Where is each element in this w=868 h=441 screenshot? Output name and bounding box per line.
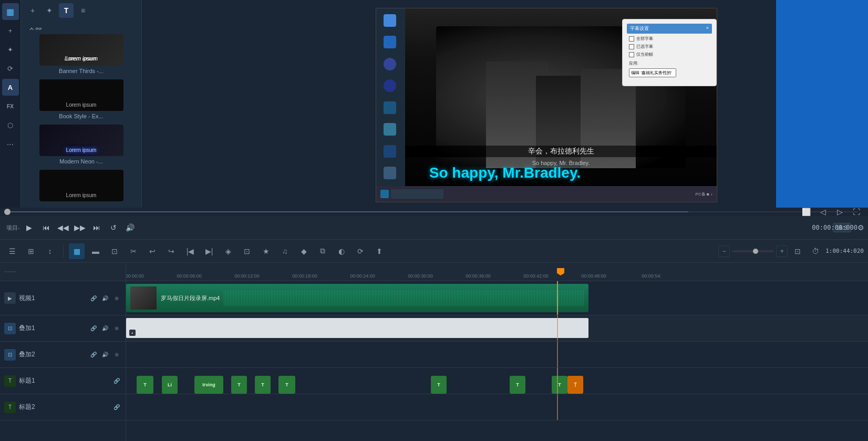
transition-btn[interactable]: ⬡ xyxy=(2,117,19,134)
clip-start-btn[interactable]: |◀ xyxy=(182,243,198,259)
desktop-icon-3[interactable] xyxy=(377,54,402,75)
sort-btn[interactable]: ↕ xyxy=(42,243,58,259)
overlay1-audio-btn[interactable]: 🔊 xyxy=(100,324,110,333)
title1-track-row[interactable]: T Li Irving T T T T T T T xyxy=(126,368,868,394)
transitions-btn[interactable]: ⧉ xyxy=(315,243,330,259)
video-audio-btn[interactable]: 🔊 xyxy=(100,293,110,303)
export-btn[interactable]: ⬆ xyxy=(371,243,387,259)
storyboard-btn[interactable]: ⊡ xyxy=(107,243,122,259)
media-tab[interactable]: ▦ xyxy=(2,3,19,20)
add-btn[interactable]: + xyxy=(2,22,19,39)
video-track-name: 视频1 xyxy=(19,294,35,303)
subtitle-clip-T6[interactable]: T xyxy=(510,376,525,394)
fx-btn[interactable]: FX xyxy=(2,98,19,115)
desktop-icon-4[interactable] xyxy=(377,76,402,97)
desktop-subtitle-cn: 辛会，布拉德利先生 xyxy=(405,146,717,157)
more-btn[interactable]: ⋯ xyxy=(2,136,19,152)
keyframe-btn[interactable]: ◆ xyxy=(296,243,312,259)
preset-grid: Lorem ipsum Banner Thirds -... Lorem ips… xyxy=(21,30,141,208)
text-btn[interactable]: A xyxy=(2,79,19,96)
ruler-7: 00:00:42:00 xyxy=(523,273,549,279)
scrubber-handle[interactable] xyxy=(4,209,11,215)
title1-link-btn[interactable]: 🔗 xyxy=(112,376,121,386)
fit-timeline-btn[interactable]: ⊡ xyxy=(790,243,805,259)
desktop-icons xyxy=(376,8,405,186)
split-clip-btn[interactable]: ◈ xyxy=(220,243,236,259)
video-track-row[interactable]: 罗马假日片段录屏.mp4 xyxy=(126,281,868,315)
overlay1-track-icon: ⊡ xyxy=(4,323,16,334)
list-view-btn[interactable]: ☰ xyxy=(4,243,20,259)
prev-frame-btn[interactable]: ⏮ xyxy=(39,220,54,235)
fullscreen-btn[interactable]: ⛶ xyxy=(849,204,864,219)
overlay2-audio-btn[interactable]: 🔊 xyxy=(100,350,110,360)
tab-more-btn[interactable]: ≡ xyxy=(76,3,90,18)
preset-banner-thirds[interactable]: Lorem ipsum Banner Thirds -... xyxy=(23,32,139,76)
redo-tool-btn[interactable]: ↪ xyxy=(163,243,179,259)
grid-view-btn[interactable]: ⊞ xyxy=(23,243,39,259)
group-clips-btn[interactable]: ⊡ xyxy=(239,243,255,259)
clock-btn[interactable]: ⏱ xyxy=(808,243,823,259)
clip-end-btn[interactable]: ▶| xyxy=(201,243,217,259)
subtitle-clip-Li[interactable]: Li xyxy=(162,376,178,394)
loop-btn[interactable]: ↺ xyxy=(106,220,121,235)
desktop-icon-7[interactable] xyxy=(377,141,402,162)
track-labels: ▶ 视频1 🔗 🔊 ⊗ ⊡ 叠加1 🔗 🔊 ⊗ xyxy=(0,263,126,441)
video-lock-btn[interactable]: ⊗ xyxy=(112,293,121,303)
audio-mix-btn[interactable]: ♫ xyxy=(277,243,293,259)
progress-scrubber[interactable]: ⬜ ◁ ▷ ⛶ xyxy=(0,208,868,216)
preset-book-style[interactable]: Lorem ipsum Book Style - Ex... xyxy=(23,77,139,121)
desktop-icon-6[interactable] xyxy=(377,120,402,141)
ruler-1: 00:00:06:00 xyxy=(177,273,202,279)
transform-btn[interactable]: ⟳ xyxy=(2,60,19,77)
tab-all-btn[interactable]: + xyxy=(25,3,40,18)
playback-controls: 项目- ▶ ⏮ ◀◀ ▶▶ ⏭ ↺ 🔊 16:9 ⚙ 00:00:00:000 xyxy=(0,216,868,240)
play-button[interactable]: ▶ xyxy=(22,220,37,235)
video-clip[interactable]: 罗马假日片段录屏.mp4 xyxy=(126,284,588,312)
overlay1-track-row[interactable]: ▪ xyxy=(126,315,868,342)
category-all[interactable]: 全部 xyxy=(21,23,141,30)
subtitle-clip-T5[interactable]: T xyxy=(431,376,447,394)
subtitle-clip-orange[interactable]: T xyxy=(567,376,583,394)
star-btn[interactable]: ✦ xyxy=(2,41,19,58)
cut-tool-btn[interactable]: ✂ xyxy=(126,243,141,259)
timeline-view-btn[interactable]: ▬ xyxy=(88,243,104,259)
preset-basic-4[interactable]: Lorem ipsum xyxy=(23,168,139,206)
zoom-in-btn[interactable]: + xyxy=(776,245,788,257)
next-frame-mini-btn[interactable]: ▷ xyxy=(832,204,847,219)
media-btn[interactable]: ▦ xyxy=(69,243,85,259)
prev-frame-mini-btn[interactable]: ◁ xyxy=(815,204,830,219)
title2-track-row[interactable] xyxy=(126,394,868,421)
subtitle-clip-T3[interactable]: T xyxy=(255,376,271,394)
subtitle-clip-T1[interactable]: T xyxy=(137,376,153,394)
color-btn[interactable]: ◐ xyxy=(334,243,349,259)
desktop-icon-2[interactable] xyxy=(377,33,402,54)
tab-text-btn[interactable]: T xyxy=(59,3,74,18)
subtitle-clip-Irving[interactable]: Irving xyxy=(194,376,223,394)
step-forward-btn[interactable]: ▶▶ xyxy=(73,220,87,235)
zoom-out-btn[interactable]: − xyxy=(718,245,730,257)
subtitle-clip-T7[interactable]: T xyxy=(552,376,567,394)
volume-btn[interactable]: 🔊 xyxy=(123,220,138,235)
undo-tool-btn[interactable]: ↩ xyxy=(144,243,160,259)
overlay1-lock-btn[interactable]: ⊗ xyxy=(112,324,121,333)
overlay1-link-btn[interactable]: 🔗 xyxy=(89,324,98,333)
overlay2-track-row[interactable] xyxy=(126,342,868,368)
zoom-slider[interactable] xyxy=(732,250,774,252)
effects-btn[interactable]: ★ xyxy=(258,243,274,259)
step-back-btn[interactable]: ◀◀ xyxy=(56,220,70,235)
desktop-icon-5[interactable] xyxy=(377,98,402,119)
dialog-title: 字幕设置 × xyxy=(627,24,712,34)
tab-star-btn[interactable]: ✦ xyxy=(42,3,57,18)
overlay2-lock-btn[interactable]: ⊗ xyxy=(112,350,121,360)
overlay2-link-btn[interactable]: 🔗 xyxy=(89,350,98,360)
subtitle-clip-T4[interactable]: T xyxy=(278,376,295,394)
video-link-btn[interactable]: 🔗 xyxy=(89,293,98,303)
title2-link-btn[interactable]: 🔗 xyxy=(112,403,121,412)
next-frame-btn[interactable]: ⏭ xyxy=(89,220,104,235)
fit-frame-btn[interactable]: ⬜ xyxy=(799,204,813,219)
motion-btn[interactable]: ⟳ xyxy=(353,243,368,259)
desktop-icon-1[interactable] xyxy=(377,11,402,32)
subtitle-clip-T2[interactable]: T xyxy=(231,376,247,394)
title1-track-name: 标题1 xyxy=(19,376,35,385)
preset-modern-neon[interactable]: Lorem ipsum Modern Neon -... xyxy=(23,122,139,167)
